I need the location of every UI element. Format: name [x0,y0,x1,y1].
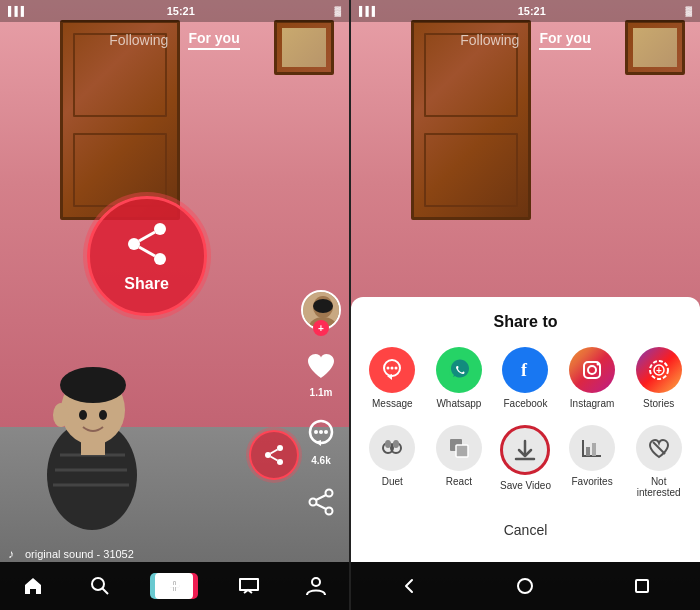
cancel-button[interactable]: Cancel [359,514,692,546]
signal-icon-right: ▌▌▌ [359,6,378,16]
svg-point-34 [92,578,104,590]
messages-nav-item[interactable] [238,575,260,597]
svg-line-22 [316,504,326,509]
top-navigation-right: Following For you [351,22,700,58]
svg-point-59 [597,363,600,366]
svg-point-72 [518,579,532,593]
following-tab[interactable]: Following [109,32,168,48]
duet-label: Duet [382,476,403,487]
bottom-navigation-right [351,562,700,610]
svg-line-21 [316,495,326,500]
favorites-label: Favorites [572,476,613,487]
share-row-1: Message Whatsapp f [359,347,692,409]
share-option-favorites[interactable]: Favorites [562,425,622,498]
svg-point-24 [128,238,140,250]
creator-avatar[interactable]: + [301,290,341,330]
share-option-react[interactable]: React [429,425,489,498]
svg-point-52 [387,367,390,370]
signal-icon: ▌▌▌ [8,6,27,16]
svg-point-66 [393,440,399,448]
stories-label: Stories [643,398,674,409]
left-phone-screen: ▌▌▌ 15:21 ▓ Following For you + [0,0,349,610]
svg-text:♪: ♪ [8,548,14,560]
right-sidebar: + 1.1m 4.6k [301,290,341,520]
share-sheet: Share to Message [351,297,700,562]
profile-nav-item[interactable] [305,575,327,597]
status-bar: ▌▌▌ 15:21 ▓ [0,0,349,22]
svg-rect-70 [592,443,596,456]
svg-point-18 [326,490,333,497]
share-option-duet[interactable]: Duet [362,425,422,498]
back-android[interactable] [399,576,419,596]
svg-rect-68 [456,445,468,457]
svg-point-17 [324,430,328,434]
svg-text:f: f [521,360,528,380]
music-info: ♪ original sound - 31052 [8,548,294,560]
share-circle-highlight: Share [87,196,207,316]
share-option-save-video[interactable]: Save Video [495,425,555,498]
svg-point-8 [53,403,69,427]
bottom-video-info: ♪ original sound - 31052 [8,548,294,560]
right-phone-screen: ▌▌▌ 15:21 ▓ Following For you + [351,0,700,610]
for-you-tab[interactable]: For you [188,30,239,50]
status-left-right: ▌▌▌ [359,6,378,16]
svg-point-28 [277,445,283,451]
share-button-sidebar[interactable] [303,484,339,520]
home-nav-item[interactable] [22,575,44,597]
svg-point-12 [313,299,333,313]
svg-point-53 [391,367,394,370]
search-nav-item[interactable] [89,575,111,597]
bottom-navigation: + + [0,562,349,610]
share-row-2: Duet React [359,425,692,498]
following-tab-right[interactable]: Following [460,32,519,48]
svg-point-7 [99,410,107,420]
like-count: 1.1m [310,387,333,398]
svg-rect-69 [586,447,590,456]
share-option-instagram[interactable]: Instagram [562,347,622,409]
home-android[interactable] [515,576,535,596]
svg-text:+: + [656,365,662,376]
svg-line-35 [102,589,108,595]
comment-button[interactable]: 4.6k [303,416,339,466]
not-interested-label: Not interested [629,476,689,498]
battery-icon: ▓ [334,6,341,16]
svg-point-15 [314,430,318,434]
share-label-overlay: Share [124,275,168,293]
follow-plus-icon[interactable]: + [313,320,329,336]
svg-point-65 [385,440,391,448]
svg-point-6 [79,410,87,420]
whatsapp-label: Whatsapp [436,398,481,409]
svg-line-32 [271,457,278,461]
svg-point-58 [588,366,596,374]
status-time: 15:21 [167,5,195,17]
svg-rect-9 [81,440,105,455]
svg-point-36 [312,578,320,586]
share-option-stories[interactable]: + Stories [629,347,689,409]
svg-point-30 [277,459,283,465]
recent-android[interactable] [632,576,652,596]
svg-line-31 [271,450,278,454]
svg-point-23 [154,223,166,235]
svg-line-26 [139,232,155,241]
status-time-right: 15:21 [518,5,546,17]
share-option-whatsapp[interactable]: Whatsapp [429,347,489,409]
react-label: React [446,476,472,487]
svg-point-5 [60,367,126,403]
facebook-label: Facebook [504,398,548,409]
share-option-not-interested[interactable]: Not interested [629,425,689,498]
like-button[interactable]: 1.1m [303,348,339,398]
share-small-indicator [249,430,299,480]
comment-count: 4.6k [311,455,330,466]
status-right: ▓ [334,6,341,16]
svg-point-20 [326,508,333,515]
share-option-message[interactable]: Message [362,347,422,409]
status-right-right: ▓ [685,6,692,16]
svg-point-29 [265,452,271,458]
share-option-facebook[interactable]: f Facebook [495,347,555,409]
instagram-label: Instagram [570,398,614,409]
save-video-label: Save Video [500,480,551,491]
message-label: Message [372,398,413,409]
svg-rect-73 [636,580,648,592]
for-you-tab-right[interactable]: For you [539,30,590,50]
add-video-nav-item[interactable]: + + [155,573,193,599]
